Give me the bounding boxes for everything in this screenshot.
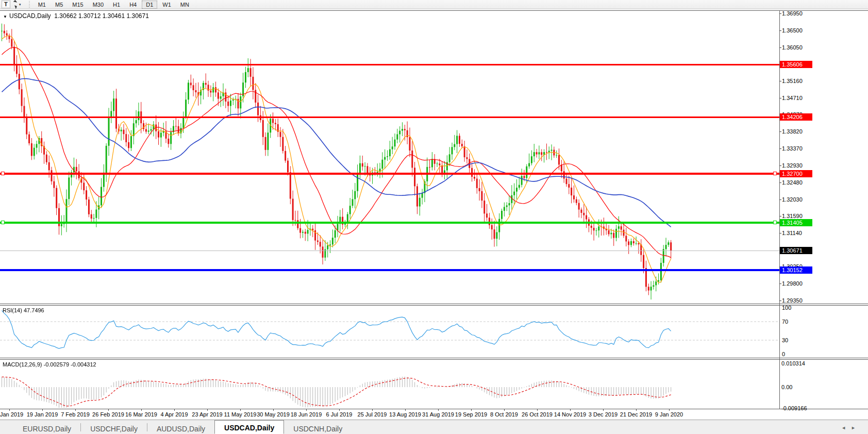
time-axis-tick [306, 409, 307, 411]
time-axis-tick [636, 409, 637, 411]
time-axis-tick [405, 409, 406, 411]
text-tool-icon: T [4, 2, 8, 7]
line-drag-handle[interactable] [773, 172, 777, 175]
time-axis-tick [207, 409, 208, 411]
horizontal-line-1.35606[interactable] [0, 64, 779, 65]
current-price-line [0, 251, 779, 251]
chevron-down-icon[interactable]: ▼ [19, 3, 22, 6]
time-axis-label: 13 Aug 2019 [389, 411, 421, 418]
time-axis-label: 11 May 2019 [224, 411, 257, 418]
tab-scroll-left-icon[interactable]: ◄ [841, 425, 851, 430]
time-axis-tick [273, 409, 274, 411]
chart-tab-audusd[interactable]: AUDUSD,Daily [147, 422, 214, 434]
line-price-badge: 1.35606 [780, 61, 812, 68]
timeframe-button-w1[interactable]: W1 [158, 1, 175, 9]
time-axis-label: 19 Jan 2019 [27, 411, 58, 418]
timeframe-button-group: M1M5M15M30H1H4D1W1MN [34, 1, 194, 9]
quote-low: 1.30461 [103, 12, 125, 20]
macd-indicator-panel[interactable]: MACD(12,26,9) -0.002579 -0.004312 [0, 359, 868, 409]
time-axis-tick [438, 409, 439, 411]
time-axis[interactable]: 1 Jan 201919 Jan 20197 Feb 201926 Feb 20… [0, 409, 868, 420]
price-axis-tick [779, 216, 781, 216]
chart-tab-usdcad[interactable]: USDCAD,Daily [214, 420, 284, 434]
chart-tab-usdcnh[interactable]: USDCNH,Daily [284, 422, 352, 434]
tab-scroll-arrows: ◄► [841, 425, 861, 430]
time-axis-tick [240, 409, 241, 411]
time-axis-label: 3 Dec 2019 [589, 411, 617, 418]
price-chart-panel[interactable]: ▼USDCAD,Daily 1.30662 1.30712 1.30461 1.… [0, 10, 868, 304]
macd-plot-area[interactable] [0, 360, 779, 409]
price-axis-label: 1.32030 [782, 196, 813, 203]
time-axis-tick [603, 409, 604, 411]
time-axis-tick [471, 409, 472, 411]
price-axis-label: 1.33370 [782, 145, 813, 152]
text-tool-button[interactable]: T [2, 1, 10, 8]
mt4-application-window: T ▼ M1M5M15M30H1H4D1W1MN ▼USDCAD,Daily 1… [0, 0, 868, 434]
tab-scroll-right-icon[interactable]: ► [851, 425, 861, 430]
line-drag-handle[interactable] [1, 221, 5, 224]
time-axis-label: 4 Apr 2019 [160, 411, 188, 418]
price-axis-label: 1.32930 [782, 162, 813, 169]
chart-title: ▼USDCAD,Daily 1.30662 1.30712 1.30461 1.… [3, 12, 149, 20]
price-axis-tick [779, 13, 781, 14]
timeframe-button-m15[interactable]: M15 [68, 1, 87, 9]
rsi-value: 47.7496 [24, 307, 44, 313]
macd-name: MACD(12,26,9) [3, 361, 42, 368]
price-axis-tick [779, 301, 781, 301]
time-axis-tick [570, 409, 571, 411]
price-axis-tick [779, 148, 781, 149]
toolbar-separator [28, 1, 31, 8]
time-axis-tick [372, 409, 373, 411]
price-axis-tick [779, 30, 781, 31]
time-axis-label: 26 Oct 2019 [522, 411, 553, 418]
macd-axis-label: 0.00 [781, 383, 815, 391]
price-axis-tick [779, 131, 781, 132]
time-axis-label: 26 Feb 2019 [92, 411, 124, 418]
timeframe-button-mn[interactable]: MN [176, 1, 193, 9]
timeframe-button-d1[interactable]: D1 [142, 1, 157, 9]
time-axis-tick [339, 409, 340, 411]
rsi-axis-label: 100 [782, 304, 813, 311]
time-axis-tick [504, 409, 505, 411]
rsi-name: RSI(14) [3, 307, 22, 313]
timeframe-button-h4[interactable]: H4 [125, 1, 141, 9]
line-drag-handle[interactable] [773, 221, 777, 224]
price-axis-label: 1.36050 [782, 44, 813, 51]
horizontal-line-1.31405[interactable] [0, 222, 779, 224]
timeframe-button-m1[interactable]: M1 [34, 1, 50, 9]
horizontal-line-1.34206[interactable] [0, 116, 779, 118]
horizontal-line-1.32700[interactable] [0, 173, 779, 175]
title-collapse-icon[interactable]: ▼ [3, 14, 7, 19]
time-axis-tick [669, 409, 670, 411]
quote-high: 1.30712 [78, 12, 101, 20]
time-axis-label: 7 Feb 2019 [61, 411, 90, 418]
timeframe-button-m30[interactable]: M30 [89, 1, 108, 9]
price-axis-label: 1.34710 [782, 94, 813, 102]
chart-tab-usdchf[interactable]: USDCHF,Daily [81, 422, 147, 434]
horizontal-line-1.30152[interactable] [0, 269, 779, 271]
time-axis-label: 23 Apr 2019 [192, 411, 222, 418]
arrows-tool-button[interactable]: ▼ [12, 1, 24, 8]
time-axis-tick [537, 409, 538, 411]
rsi-indicator-panel[interactable]: RSI(14) 47.7496 [0, 305, 868, 358]
time-axis-label: 18 Jun 2019 [291, 411, 322, 418]
time-axis-tick [42, 409, 43, 411]
quote-open: 1.30662 [54, 12, 76, 20]
chart-plot-area[interactable] [0, 11, 779, 304]
timeframe-button-m5[interactable]: M5 [51, 1, 67, 9]
quote-close: 1.30671 [126, 12, 148, 20]
macd-label: MACD(12,26,9) -0.002579 -0.004312 [3, 361, 96, 368]
timeframe-button-h1[interactable]: H1 [109, 1, 124, 9]
chart-tab-eurusd[interactable]: EURUSD,Daily [13, 422, 80, 434]
rsi-plot-area[interactable] [0, 306, 779, 358]
macd-axis-label: 0.010314 [781, 360, 815, 367]
price-axis-label: 1.29800 [782, 280, 813, 287]
line-drag-handle[interactable] [1, 172, 5, 175]
price-axis-tick [779, 165, 781, 166]
current-price-badge: 1.30671 [780, 247, 812, 254]
time-axis-label: 16 Mar 2019 [125, 411, 157, 418]
time-axis-label: 14 Nov 2019 [554, 411, 586, 418]
price-axis-tick [779, 233, 781, 233]
line-price-badge: 1.31405 [780, 219, 812, 226]
line-price-badge: 1.34206 [780, 113, 812, 121]
